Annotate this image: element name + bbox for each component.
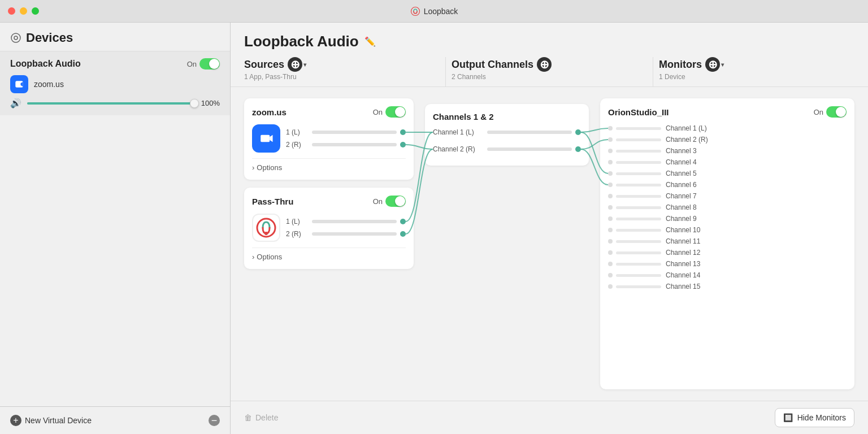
output-channels: Channel 1 (L) Channel 2 (R) bbox=[433, 128, 581, 158]
app-title: Loopback bbox=[410, 6, 458, 16]
passthru-toggle[interactable]: On bbox=[373, 196, 406, 207]
monitor-ch-row: Channel 3 bbox=[608, 147, 847, 155]
zoom-large-icon bbox=[252, 124, 280, 153]
main-header: Loopback Audio ✏️ bbox=[231, 23, 868, 57]
zoom-ch2-bar bbox=[312, 143, 397, 146]
monitor-ch-label: Channel 7 bbox=[666, 192, 697, 200]
monitor-ch-dot bbox=[608, 284, 613, 289]
monitor-toggle[interactable]: On bbox=[814, 106, 847, 118]
zoom-ch1-dot bbox=[400, 129, 406, 135]
main-content: Loopback Audio ✏️ Sources ⊕ ▾ 1 App, Pas… bbox=[231, 23, 868, 434]
add-output-button[interactable]: ⊕ bbox=[537, 57, 552, 72]
zoom-card-footer: › Options bbox=[252, 158, 406, 172]
passthru-options-chevron: › bbox=[252, 253, 254, 261]
monitor-ch-bar bbox=[616, 229, 661, 232]
monitor-ch-dot bbox=[608, 216, 613, 221]
hide-monitors-button[interactable]: 🔲 Hide Monitors bbox=[775, 408, 854, 427]
output-col-header: Output Channels ⊕ 2 Channels bbox=[452, 57, 647, 86]
zoom-toggle[interactable]: On bbox=[373, 106, 406, 118]
monitor-ch-dot bbox=[608, 149, 613, 153]
out-ch2-row: Channel 2 (R) bbox=[433, 145, 581, 153]
monitor-toggle-track[interactable] bbox=[826, 106, 847, 118]
toggle-label: On bbox=[187, 60, 197, 68]
monitor-ch-row: Channel 10 bbox=[608, 226, 847, 234]
passthru-ch2-dot bbox=[400, 231, 406, 237]
monitor-ch-bar bbox=[616, 150, 661, 153]
window-controls bbox=[8, 7, 39, 15]
add-monitor-button[interactable]: ⊕ ▾ bbox=[705, 57, 724, 72]
passthru-large-icon bbox=[252, 214, 280, 242]
monitor-ch-bar bbox=[616, 240, 661, 243]
monitor-ch-row: Channel 2 (R) bbox=[608, 136, 847, 144]
monitor-ch-bar bbox=[616, 274, 661, 277]
volume-thumb bbox=[190, 99, 199, 108]
close-button[interactable] bbox=[8, 7, 15, 15]
toggle-thumb bbox=[209, 59, 219, 69]
minimize-button[interactable] bbox=[20, 7, 27, 15]
volume-percent: 100% bbox=[200, 99, 220, 107]
monitor-ch-dot bbox=[608, 183, 613, 187]
remove-device-button[interactable]: − bbox=[209, 415, 220, 426]
monitor-ch-label: Channel 9 bbox=[666, 215, 697, 223]
maximize-button[interactable] bbox=[32, 7, 39, 15]
monitor-ch-label: Channel 12 bbox=[666, 249, 700, 257]
zoom-card-title: zoom.us bbox=[252, 107, 287, 117]
volume-icon: 🔊 bbox=[10, 98, 21, 108]
monitor-ch-row: Channel 13 bbox=[608, 260, 847, 268]
monitor-ch-bar bbox=[616, 285, 661, 288]
monitor-ch-row: Channel 15 bbox=[608, 283, 847, 290]
monitor-ch-bar bbox=[616, 206, 661, 209]
monitor-ch-label: Channel 2 (R) bbox=[666, 136, 708, 144]
zoom-channels: 1 (L) 2 (R) bbox=[286, 128, 406, 149]
toggle-track[interactable] bbox=[199, 58, 220, 70]
monitor-ch-label: Channel 14 bbox=[666, 271, 700, 279]
monitors-col-header: Monitors ⊕ ▾ 1 Device bbox=[659, 57, 854, 86]
zoom-ch1-bar bbox=[312, 131, 397, 134]
sources-column: zoom.us On bbox=[244, 98, 414, 389]
out-ch1-label: Channel 1 (L) bbox=[433, 128, 484, 136]
volume-fill bbox=[27, 102, 194, 105]
out-ch2-label: Channel 2 (R) bbox=[433, 145, 484, 153]
monitor-ch-bar bbox=[616, 184, 661, 186]
zoom-toggle-track[interactable] bbox=[385, 106, 406, 118]
add-icon: ⊕ bbox=[288, 57, 302, 72]
monitor-card: OrionStudio_III On Channel 1 (L) bbox=[600, 98, 854, 389]
passthru-card-body: 1 (L) 2 (R) bbox=[252, 214, 406, 242]
monitor-ch-dot bbox=[608, 262, 613, 266]
monitor-card-header: OrionStudio_III On bbox=[608, 106, 847, 118]
delete-button[interactable]: 🗑 Delete bbox=[244, 413, 278, 422]
passthru-ch2-bar bbox=[312, 232, 397, 236]
zoom-app-icon-small bbox=[10, 75, 28, 93]
out-ch2-dot bbox=[575, 146, 581, 152]
volume-row: 🔊 100% bbox=[10, 98, 220, 108]
monitor-ch-dot bbox=[608, 126, 613, 131]
monitor-ch-row: Channel 6 bbox=[608, 181, 847, 189]
sources-sub: 1 App, Pass-Thru bbox=[244, 73, 440, 81]
add-source-button[interactable]: ⊕ ▾ bbox=[288, 57, 306, 72]
edit-title-icon[interactable]: ✏️ bbox=[364, 36, 376, 47]
zoom-options-button[interactable]: › Options bbox=[252, 163, 282, 172]
passthru-options-label: Options bbox=[257, 253, 282, 261]
monitor-ch-row: Channel 5 bbox=[608, 170, 847, 177]
canvas-area: zoom.us On bbox=[231, 87, 868, 401]
volume-slider[interactable] bbox=[27, 102, 194, 105]
monitor-ch-dot bbox=[608, 205, 613, 210]
svg-point-5 bbox=[264, 232, 268, 235]
options-label: Options bbox=[257, 163, 282, 172]
devices-icon bbox=[10, 32, 21, 44]
monitor-ch-bar bbox=[616, 127, 661, 130]
add-monitor-icon: ⊕ bbox=[705, 57, 720, 72]
monitor-card-title: OrionStudio_III bbox=[608, 107, 669, 117]
monitor-ch-row: Channel 7 bbox=[608, 192, 847, 200]
monitor-ch-row: Channel 12 bbox=[608, 249, 847, 257]
monitor-ch-label: Channel 4 bbox=[666, 158, 697, 166]
passthru-toggle-track[interactable] bbox=[385, 196, 406, 207]
monitors-column: OrionStudio_III On Channel 1 (L) bbox=[600, 98, 854, 389]
passthru-options-button[interactable]: › Options bbox=[252, 253, 282, 261]
monitor-ch-bar bbox=[616, 251, 661, 254]
device-toggle[interactable]: On bbox=[187, 58, 220, 70]
monitor-ch-dot bbox=[608, 194, 613, 198]
new-virtual-device-button[interactable]: + New Virtual Device bbox=[10, 415, 92, 426]
output-card: Channels 1 & 2 Channel 1 (L) Channel 2 (… bbox=[425, 104, 589, 166]
monitor-ch-label: Channel 1 (L) bbox=[666, 124, 707, 132]
